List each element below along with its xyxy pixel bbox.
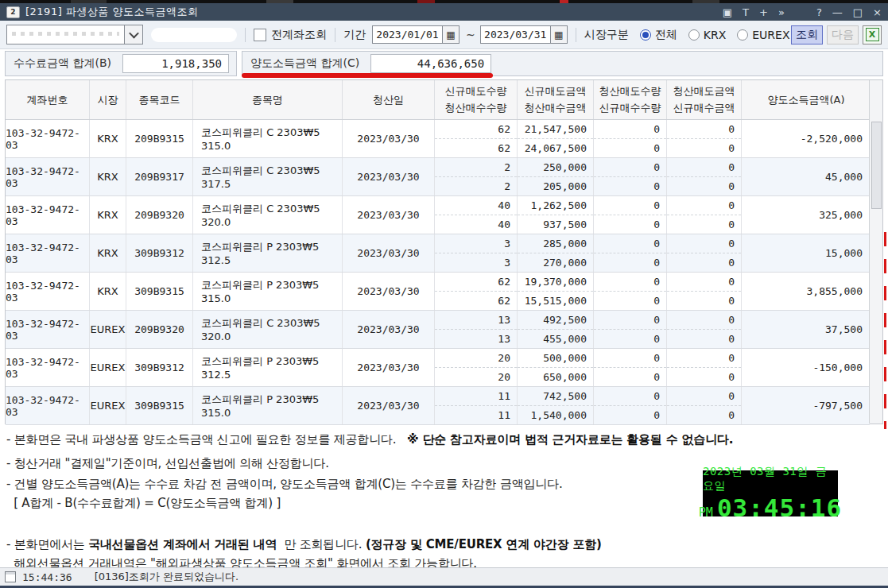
scrollbar-thumb[interactable] [871, 122, 882, 209]
cell-amt-1: 500,000 650,000 [518, 349, 594, 386]
cell-amt-2: 0 0 [667, 234, 742, 272]
cell-code: 309B9312 [126, 234, 193, 272]
fee-total-value: 1,918,350 [122, 54, 229, 73]
cell-new-sell-amt: 492,500 [518, 311, 593, 330]
results-table: 계좌번호 시장 종목코드 종목명 청산일 신규매도수량 청산매수수량 신규매도금… [5, 79, 883, 424]
cell-qty-2: 0 0 [594, 158, 667, 195]
more-tools-button[interactable]: » [778, 7, 785, 17]
cell-new-buy-amt: 0 [667, 330, 741, 348]
cell-liq-buy-qty: 13 [435, 330, 517, 348]
cell-qty-2: 0 0 [594, 196, 667, 234]
calendar-icon[interactable]: ▦ [442, 26, 459, 43]
cell-market: KRX [90, 234, 126, 272]
cell-account: 103-32-9472-03 [6, 120, 90, 157]
cell-new-sell-amt: 250,000 [518, 158, 593, 177]
header-top-label: 청산매도수량 [599, 84, 661, 99]
cell-new-buy-qty: 0 [594, 253, 666, 272]
date-to-input[interactable]: 2023/03/31 ▦ [480, 25, 568, 44]
calendar-icon[interactable]: ▦ [550, 26, 567, 43]
cell-account: 103-32-9472-03 [6, 196, 90, 234]
query-button[interactable]: 조회 [791, 25, 823, 44]
cell-liq-buy-amt: 205,000 [518, 177, 593, 195]
radio-market-eurex[interactable]: EUREX [737, 29, 789, 41]
date-from-input[interactable]: 2023/01/01 ▦ [372, 25, 460, 44]
cell-gain: -150,000 [742, 349, 871, 386]
radio-label: 전체 [655, 28, 677, 42]
red-annotation-underline [242, 73, 493, 78]
cell-settle-date: 2023/03/30 [343, 234, 435, 272]
cell-new-buy-qty: 0 [594, 215, 666, 234]
cell-new-buy-qty: 0 [594, 139, 666, 157]
vertical-scrollbar[interactable] [869, 80, 882, 424]
all-accounts-label: 전계좌조회 [271, 28, 327, 42]
date-from-value[interactable]: 2023/01/01 [373, 26, 442, 43]
cell-new-sell-amt: 742,500 [518, 387, 593, 406]
cell-new-buy-qty: 0 [594, 406, 666, 424]
all-accounts-checkbox[interactable] [254, 29, 266, 41]
cell-amt-1: 250,000 205,000 [518, 158, 594, 195]
cell-new-sell-qty: 40 [435, 196, 517, 215]
header-top-label: 신규매도금액 [525, 84, 587, 99]
cascade-windows-button[interactable]: ▣ [723, 7, 732, 17]
combobox-arrow[interactable] [124, 25, 142, 44]
cell-new-buy-amt: 0 [667, 253, 741, 272]
header-top-label: 청산매도금액 [673, 84, 735, 99]
cell-new-sell-amt: 19,370,000 [518, 273, 593, 292]
cell-settle-date: 2023/03/30 [343, 120, 435, 157]
radio-icon [737, 29, 748, 41]
table-row[interactable]: 103-32-9472-03 KRX 209B9320 코스피위클리 C 230… [6, 196, 870, 234]
cell-qty-2: 0 0 [594, 120, 667, 157]
cell-account: 103-32-9472-03 [6, 311, 90, 348]
cell-gain: -797,500 [742, 387, 871, 424]
cell-liq-buy-amt: 15,515,000 [518, 292, 593, 310]
add-tab-button[interactable]: + [759, 7, 768, 17]
table-row[interactable]: 103-32-9472-03 EUREX 309B9315 코스피위클리 P 2… [6, 387, 870, 425]
table-row[interactable]: 103-32-9472-03 EUREX 209B9320 코스피위클리 C 2… [6, 311, 870, 349]
date-to-value[interactable]: 2023/03/31 [481, 26, 550, 43]
text-tool-button[interactable]: T [743, 7, 749, 17]
cell-amt-2: 0 0 [667, 120, 742, 157]
account-combobox[interactable] [6, 25, 143, 44]
close-button[interactable]: × [873, 7, 882, 17]
table-row[interactable]: 103-32-9472-03 EUREX 309B9312 코스피위클리 P 2… [6, 349, 870, 387]
col-header-liq-sell-qty: 청산매도수량 신규매수수량 [594, 80, 667, 119]
cell-name: 코스피위클리 P 2303₩5 312.5 [193, 349, 343, 386]
cell-qty-1: 62 62 [435, 273, 518, 310]
window-title: [2191] 파생상품 양도소득금액조회 [25, 5, 199, 19]
radio-market-krx[interactable]: KRX [688, 29, 727, 41]
cell-amt-2: 0 0 [667, 387, 742, 424]
maximize-button[interactable]: □ [853, 7, 863, 17]
table-row[interactable]: 103-32-9472-03 KRX 209B9315 코스피위클리 C 230… [6, 120, 870, 158]
cell-liq-sell-qty: 0 [594, 158, 666, 177]
col-header-account: 계좌번호 [6, 80, 90, 119]
help-button[interactable]: ? [816, 7, 822, 17]
radio-market-all[interactable]: 전체 [640, 28, 677, 42]
table-row[interactable]: 103-32-9472-03 KRX 309B9312 코스피위클리 P 230… [6, 234, 870, 273]
period-label: 기간 [343, 28, 366, 42]
cell-liq-sell-amt: 0 [667, 120, 741, 139]
note-line: - 본화면에서는 국내선물옵션 계좌에서 거래된 내역 만 조회됩니다. (정규… [6, 537, 602, 552]
status-time: 15:44:36 [22, 571, 72, 583]
excel-export-button[interactable]: X [863, 25, 882, 44]
cell-settle-date: 2023/03/30 [343, 311, 435, 348]
next-button[interactable]: 다음 [827, 25, 859, 44]
date-range-tilde: ~ [466, 29, 475, 41]
cell-amt-1: 1,262,500 937,500 [518, 196, 594, 234]
col-header-new-sell-amt: 신규매도금액 청산매수금액 [518, 80, 594, 119]
cell-new-buy-amt: 0 [667, 406, 741, 424]
table-row[interactable]: 103-32-9472-03 KRX 309B9315 코스피위클리 P 230… [6, 273, 870, 311]
cell-gain: 325,000 [742, 196, 871, 234]
minimize-button[interactable]: — [832, 7, 843, 17]
table-row[interactable]: 103-32-9472-03 KRX 209B9317 코스피위클리 C 230… [6, 158, 870, 196]
cell-new-sell-amt: 285,000 [518, 234, 593, 253]
cell-liq-buy-qty: 11 [435, 406, 517, 424]
cell-name: 코스피위클리 C 2303₩5 315.0 [193, 120, 343, 157]
cell-market: KRX [90, 120, 126, 157]
cell-qty-2: 0 0 [594, 349, 667, 386]
status-log-icon [5, 571, 16, 582]
cell-code: 209B9320 [126, 196, 193, 234]
cell-new-sell-qty: 62 [435, 120, 517, 139]
cell-qty-1: 11 11 [435, 387, 518, 424]
status-bar: 15:44:36 [0136]조회가 완료되었습니다. [0, 567, 888, 586]
cell-code: 309B9312 [126, 349, 193, 386]
